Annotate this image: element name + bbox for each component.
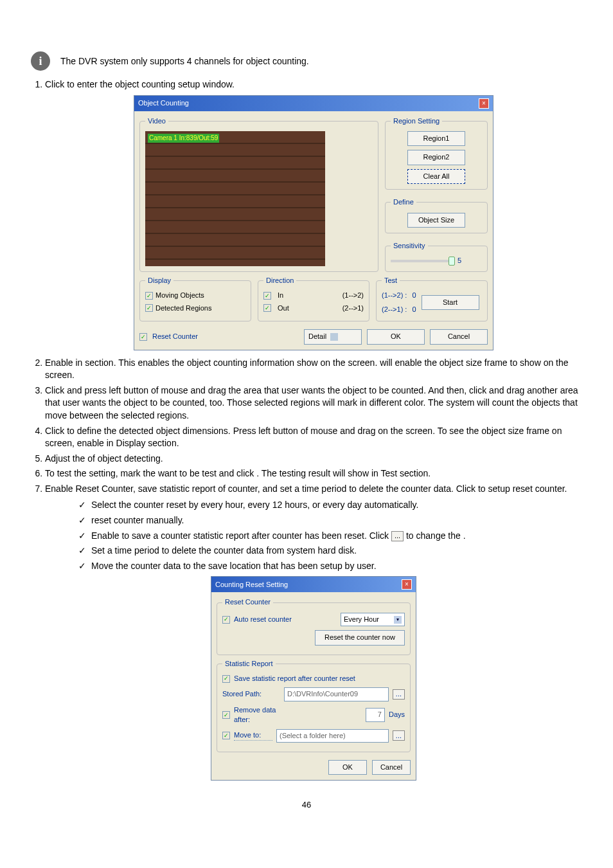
close-icon[interactable]: ×: [479, 98, 489, 109]
detected-regions-label: Detected Regions: [155, 303, 211, 313]
counting-reset-dialog: Counting Reset Setting × Reset Counter ✓…: [211, 576, 416, 781]
direction-legend: Direction: [263, 276, 296, 285]
test-12-value: 0: [412, 291, 416, 300]
reset-now-button[interactable]: Reset the counter now: [315, 630, 405, 645]
stored-path-browse-button[interactable]: ...: [393, 689, 405, 700]
remove-after-label: Remove data after:: [234, 705, 292, 725]
detail-button[interactable]: Detail: [304, 329, 362, 344]
move-to-browse-button[interactable]: ...: [393, 730, 405, 741]
page-number: 46: [31, 800, 582, 809]
define-legend: Define: [391, 197, 416, 207]
sensitivity-value: 5: [458, 256, 461, 266]
test-legend: Test: [382, 276, 400, 285]
move-to-field[interactable]: (Select a folder here): [276, 729, 389, 743]
detail-arrow-icon: [330, 333, 338, 341]
detected-regions-checkbox[interactable]: ✓: [145, 304, 153, 312]
step-5: Adjust the of object detecting.: [45, 453, 582, 466]
crs-title: Counting Reset Setting: [215, 580, 288, 590]
step-2: Enable in section. This enables the obje…: [45, 357, 582, 382]
info-note: The DVR system only supports 4 channels …: [60, 56, 582, 66]
auto-reset-checkbox[interactable]: ✓: [222, 616, 230, 624]
save-report-checkbox[interactable]: ✓: [222, 675, 230, 683]
direction-out-checkbox[interactable]: ✓: [263, 304, 271, 312]
sub-auto-reset: Select the counter reset by every hour, …: [78, 499, 582, 512]
sub-reset-now: reset counter manually.: [78, 514, 582, 527]
reset-counter-checkbox[interactable]: ✓: [139, 333, 147, 341]
test-12-label: (1-->2) :: [382, 291, 407, 300]
crs-close-icon[interactable]: ×: [402, 579, 412, 590]
crs-cancel-button[interactable]: Cancel: [372, 760, 411, 775]
direction-in-checkbox[interactable]: ✓: [263, 292, 271, 300]
direction-out-label: Out: [278, 303, 289, 313]
object-size-button[interactable]: Object Size: [407, 213, 465, 228]
auto-reset-label: Auto reset counter: [234, 615, 292, 624]
direction-out-arrow: (2-->1): [342, 303, 364, 313]
region1-button[interactable]: Region1: [407, 131, 465, 146]
remove-after-field[interactable]: 7: [366, 708, 385, 721]
stored-path-label: Stored Path:: [222, 689, 280, 699]
move-to-label: Move to:: [234, 730, 272, 741]
remove-after-checkbox[interactable]: ✓: [222, 711, 230, 719]
chevron-down-icon: ▾: [394, 616, 402, 624]
direction-in-arrow: (1-->2): [342, 291, 364, 300]
video-preview[interactable]: Camera 1 In:839/Out:59: [145, 131, 325, 266]
sub-move-to: Move the counter data to the save locati…: [78, 560, 582, 573]
dialog-title: Object Counting: [138, 98, 189, 108]
moving-objects-label: Moving Objects: [155, 291, 204, 300]
ellipsis-button-inline[interactable]: ...: [391, 531, 404, 541]
test-21-label: (2-->1) :: [382, 305, 407, 314]
start-button[interactable]: Start: [422, 295, 479, 310]
step-3: Click and press left button of mouse and…: [45, 384, 582, 422]
move-to-checkbox[interactable]: ✓: [222, 732, 230, 739]
sensitivity-slider[interactable]: [391, 260, 455, 262]
crs-stat-legend: Statistic Report: [222, 659, 276, 669]
region2-button[interactable]: Region2: [407, 150, 465, 165]
step-1: Click to enter the object counting setup…: [45, 78, 582, 350]
moving-objects-checkbox[interactable]: ✓: [145, 292, 153, 300]
cancel-button[interactable]: Cancel: [430, 329, 488, 344]
stored-path-field[interactable]: D:\DVRInfo\Counter09: [284, 687, 389, 701]
test-21-value: 0: [412, 305, 416, 314]
step-7: Enable Reset Counter, save statistic rep…: [45, 483, 582, 781]
direction-in-label: In: [278, 291, 283, 300]
save-report-label: Save statistic report after counter rese…: [234, 674, 355, 683]
object-counting-dialog: Object Counting × Video Camera 1 In:839/…: [134, 95, 493, 350]
step-6: To test the setting, mark the want to be…: [45, 467, 582, 480]
info-icon: i: [31, 51, 50, 71]
display-legend: Display: [145, 276, 173, 285]
video-overlay-text: Camera 1 In:839/Out:59: [148, 134, 219, 143]
step-4: Click to define the detected object dime…: [45, 425, 582, 450]
region-setting-legend: Region Setting: [391, 116, 442, 126]
crs-ok-button[interactable]: OK: [328, 760, 367, 775]
sub-save-report: Enable to save a counter statistic repor…: [78, 530, 582, 543]
ok-button[interactable]: OK: [367, 329, 425, 344]
crs-reset-legend: Reset Counter: [222, 597, 273, 607]
interval-select[interactable]: Every Hour ▾: [341, 613, 405, 626]
reset-counter-label: Reset Counter: [152, 332, 198, 341]
sensitivity-legend: Sensitivity: [391, 241, 428, 251]
interval-value: Every Hour: [344, 615, 379, 624]
days-label: Days: [389, 710, 405, 719]
clear-all-button[interactable]: Clear All: [407, 169, 465, 184]
video-legend: Video: [145, 116, 168, 126]
sub-remove-after: Set a time period to delete the counter …: [78, 545, 582, 557]
